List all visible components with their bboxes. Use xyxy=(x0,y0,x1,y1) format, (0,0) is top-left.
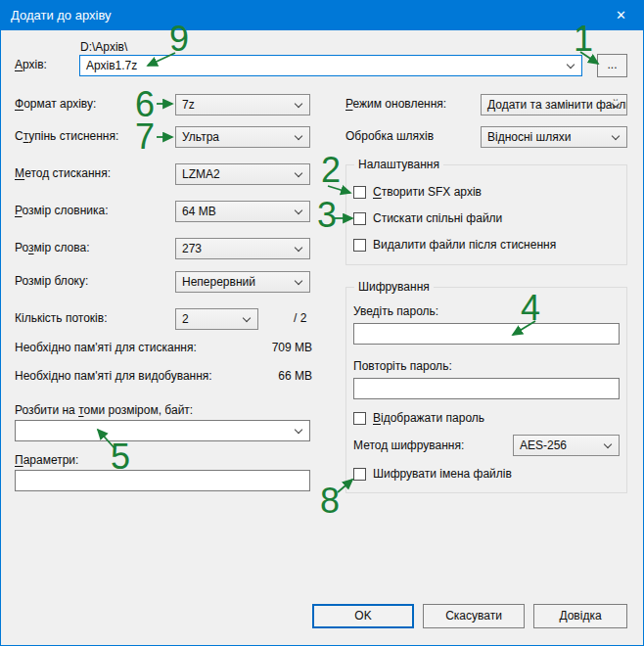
annotation-label-4: 4 xyxy=(521,291,540,326)
path-mode-value: Відносні шляхи xyxy=(487,130,571,144)
format-label: Формат архіву: xyxy=(15,97,96,112)
annotation-label-1: 1 xyxy=(574,22,593,57)
compression-method-value: LZMA2 xyxy=(182,167,220,181)
browse-button[interactable]: ... xyxy=(597,54,627,77)
options-group-legend: Налаштування xyxy=(354,158,443,172)
encryption-group-legend: Шифрування xyxy=(354,280,434,295)
close-icon: ✕ xyxy=(616,8,626,23)
shared-files-checkbox-label: Стискати спільні файли xyxy=(373,211,502,225)
encrypt-names-checkbox[interactable] xyxy=(353,468,366,481)
help-button[interactable]: Довідка xyxy=(533,604,627,628)
threads-select[interactable]: 2 xyxy=(175,308,258,330)
split-volumes-label: Розбити на томи розміром, байт: xyxy=(15,403,193,418)
compression-method-label: Метод стискання: xyxy=(15,166,111,181)
window-title: Додати до архіву xyxy=(11,1,112,30)
compression-method-select[interactable]: LZMA2 xyxy=(175,163,310,185)
memory-extract-value: 66 MB xyxy=(236,369,312,384)
shared-files-checkbox[interactable] xyxy=(353,212,366,225)
encrypt-names-checkbox-label: Шифрувати імена файлів xyxy=(373,467,512,481)
memory-compress-value: 709 MB xyxy=(236,341,312,355)
path-mode-select[interactable]: Відносні шляхи xyxy=(481,126,627,148)
annotation-label-3: 3 xyxy=(317,198,337,233)
encryption-method-select[interactable]: AES-256 xyxy=(513,435,620,456)
annotation-label-8: 8 xyxy=(320,484,340,519)
update-mode-select[interactable]: Додати та замінити файли xyxy=(481,94,627,115)
encrypt-names-row: Шифрувати імена файлів xyxy=(353,467,512,481)
word-size-label: Розмір слова: xyxy=(15,241,90,255)
chevron-down-icon xyxy=(295,207,302,214)
chevron-down-icon xyxy=(295,277,302,285)
chevron-down-icon xyxy=(295,132,302,140)
annotation-label-5: 5 xyxy=(111,439,130,475)
memory-compress-label: Необхідно пам'яті для стискання: xyxy=(15,341,197,355)
format-value: 7z xyxy=(182,98,195,112)
archive-label: Архів: xyxy=(15,58,47,72)
chevron-down-icon xyxy=(295,426,302,434)
compression-level-label: Ступінь стиснення: xyxy=(15,129,118,144)
format-select[interactable]: 7z xyxy=(175,94,310,115)
threads-value: 2 xyxy=(182,312,189,326)
chevron-down-icon xyxy=(295,169,302,177)
update-mode-label: Режим оновлення: xyxy=(345,97,446,112)
word-size-value: 273 xyxy=(182,242,202,255)
chevron-down-icon xyxy=(612,132,620,140)
chevron-down-icon xyxy=(295,244,302,252)
word-size-select[interactable]: 273 xyxy=(175,238,310,259)
sfx-checkbox-label: Створити SFX архів xyxy=(373,185,482,199)
block-size-value: Неперервний xyxy=(182,275,255,289)
chevron-down-icon xyxy=(604,440,612,448)
archive-dir-label: D:\Архів\ xyxy=(80,40,127,55)
add-to-archive-dialog: Додати до архіву ✕ Архів: D:\Архів\ Архі… xyxy=(0,0,644,646)
delete-after-row: Видалити файли після стиснення xyxy=(353,238,556,252)
split-volumes-combobox[interactable] xyxy=(15,420,310,441)
compression-level-value: Ультра xyxy=(182,130,219,144)
show-password-checkbox-label: Відображати пароль xyxy=(373,411,484,425)
annotation-label-2: 2 xyxy=(321,153,341,188)
archive-name-combobox[interactable]: Архів1.7z xyxy=(79,55,582,76)
annotation-label-9: 9 xyxy=(169,22,189,57)
chevron-down-icon xyxy=(295,100,302,108)
show-password-checkbox[interactable] xyxy=(353,412,366,425)
cancel-button[interactable]: Скасувати xyxy=(423,604,525,628)
reenter-password-input[interactable] xyxy=(353,378,620,399)
enter-password-label: Уведіть пароль: xyxy=(353,304,438,319)
encryption-method-value: AES-256 xyxy=(520,438,567,452)
archive-name-value: Архів1.7z xyxy=(86,59,137,72)
close-button[interactable]: ✕ xyxy=(599,1,643,30)
parameters-label: Параметри: xyxy=(15,453,78,468)
delete-after-checkbox[interactable] xyxy=(353,239,366,252)
memory-extract-label: Необхідно пам'яті для видобування: xyxy=(15,369,212,384)
path-mode-label: Обробка шляхів xyxy=(345,129,434,144)
ok-button[interactable]: OK xyxy=(312,604,414,628)
reenter-password-label: Повторіть пароль: xyxy=(353,359,452,374)
dictionary-size-select[interactable]: 64 MB xyxy=(175,201,310,222)
delete-after-checkbox-label: Видалити файли після стиснення xyxy=(373,238,556,252)
dictionary-size-label: Розмір словника: xyxy=(15,204,109,218)
chevron-down-icon xyxy=(567,61,575,69)
encryption-method-label: Метод шифрування: xyxy=(353,438,464,453)
enter-password-input[interactable] xyxy=(353,323,620,345)
titlebar: Додати до архіву ✕ xyxy=(1,1,643,30)
dictionary-size-value: 64 MB xyxy=(182,205,216,218)
threads-label: Кількість потоків: xyxy=(15,311,107,326)
block-size-label: Розмір блоку: xyxy=(15,274,88,289)
sfx-checkbox[interactable] xyxy=(353,186,366,199)
annotation-label-7: 7 xyxy=(135,119,155,155)
threads-max-label: / 2 xyxy=(294,311,306,326)
sfx-row: Створити SFX архів xyxy=(353,185,482,199)
block-size-select[interactable]: Неперервний xyxy=(175,271,310,293)
chevron-down-icon xyxy=(243,314,251,322)
shared-files-row: Стискати спільні файли xyxy=(353,211,502,225)
compression-level-select[interactable]: Ультра xyxy=(175,126,310,148)
show-password-row: Відображати пароль xyxy=(353,411,484,425)
update-mode-value: Додати та замінити файли xyxy=(487,98,627,112)
parameters-input[interactable] xyxy=(15,470,310,491)
